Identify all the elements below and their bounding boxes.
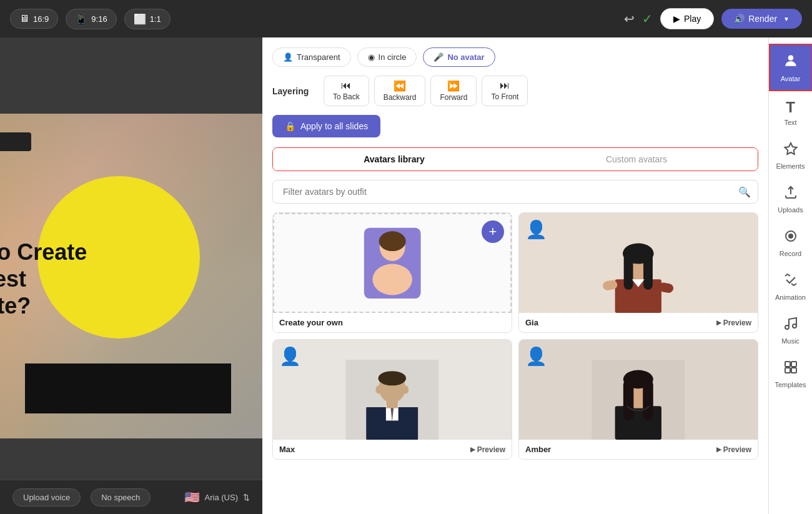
language-selector[interactable]: 🇺🇸 Aria (US) ⇅: [184, 490, 250, 505]
sidebar-item-uploads[interactable]: Uploads: [769, 177, 813, 221]
no-avatar-button[interactable]: 🎤 No avatar: [423, 47, 495, 67]
layering-row: Layering ⏮ To Back ⏪ Backward ⏩ Forward: [272, 76, 758, 106]
to-back-button[interactable]: ⏮ To Back: [324, 76, 369, 106]
sidebar-item-animation[interactable]: Animation: [769, 265, 813, 309]
svg-rect-33: [643, 379, 653, 420]
amber-preview-link[interactable]: ▶ Preview: [716, 445, 751, 454]
mobile-icon: 📱: [75, 13, 87, 25]
no-speech-button[interactable]: No speech: [91, 488, 151, 507]
render-button[interactable]: 🔊 Render ▼: [721, 9, 802, 29]
aspect-9-16-button[interactable]: 📱 9:16: [66, 9, 116, 29]
slide-title-line1: How To Create: [0, 239, 87, 265]
gia-preview-link[interactable]: ▶ Preview: [716, 319, 751, 327]
svg-rect-12: [643, 254, 653, 290]
avatar-grid: + Create your own 👤: [272, 212, 758, 460]
transparent-icon: 👤: [283, 52, 293, 62]
uploads-sidebar-label: Uploads: [778, 206, 803, 214]
elements-sidebar-label: Elements: [776, 162, 805, 170]
music-sidebar-icon: [783, 316, 798, 335]
svg-point-38: [793, 324, 796, 328]
create-own-name: Create your own: [279, 318, 343, 327]
filter-row: 🔍: [272, 180, 758, 204]
apply-label: Apply to all slides: [300, 121, 368, 131]
avatar-sidebar-label: Avatar: [781, 75, 801, 82]
right-section: 👤 Transparent ◉ In circle 🎤 No avatar La…: [262, 37, 812, 514]
transparent-label: Transparent: [297, 52, 340, 62]
svg-point-36: [789, 234, 793, 238]
svg-point-22: [379, 371, 407, 385]
sidebar-item-avatar[interactable]: Avatar: [769, 44, 813, 91]
aspect-1-1-label: 1:1: [150, 14, 161, 24]
backward-icon: ⏪: [394, 80, 406, 92]
forward-icon: ⏩: [447, 80, 460, 92]
undo-button[interactable]: ↩: [624, 11, 635, 26]
to-front-button[interactable]: ⏭ To Front: [482, 76, 528, 106]
max-name: Max: [279, 445, 295, 454]
play-button[interactable]: ▶ Play: [660, 8, 714, 29]
top-toolbar: 🖥 16:9 📱 9:16 ⬜ 1:1 ↩ ✓ ▶ Play 🔊 Render …: [0, 0, 812, 37]
filter-avatars-input[interactable]: [272, 180, 758, 204]
monitor-icon: 🖥: [19, 13, 29, 24]
avatar-options-row: 👤 Transparent ◉ In circle 🎤 No avatar: [272, 47, 758, 67]
aspect-9-16-label: 9:16: [91, 14, 107, 24]
record-sidebar-label: Record: [780, 250, 801, 257]
no-avatar-label: No avatar: [447, 52, 484, 62]
gia-avatar-card[interactable]: 👤: [518, 212, 758, 333]
to-back-icon: ⏮: [341, 80, 351, 91]
record-sidebar-icon: [783, 229, 798, 247]
flag-icon: 🇺🇸: [184, 490, 200, 505]
transparent-button[interactable]: 👤 Transparent: [272, 47, 351, 67]
check-button[interactable]: ✓: [642, 11, 653, 26]
max-card-inner: 👤: [273, 340, 512, 440]
canvas-bottom-bar: Upload voice No speech 🇺🇸 Aria (US) ⇅: [0, 480, 262, 514]
sidebar-item-elements[interactable]: Elements: [769, 134, 813, 177]
templates-sidebar-label: Templates: [775, 381, 806, 388]
black-bar-decoration: [25, 363, 231, 413]
slide-title: How To Create The Best Website?: [0, 239, 106, 320]
lock-icon: 🔒: [285, 121, 295, 131]
gia-card-inner: 👤: [519, 213, 758, 313]
upload-voice-label: Upload voice: [23, 493, 70, 502]
svg-rect-39: [785, 362, 790, 367]
preview-play-icon: ▶: [716, 319, 721, 326]
forward-button[interactable]: ⏩ Forward: [430, 76, 477, 106]
aspect-16-9-button[interactable]: 🖥 16:9: [10, 9, 58, 29]
create-own-avatar-card[interactable]: + Create your own: [272, 212, 512, 333]
female-avatar-illustration: [298, 224, 487, 302]
sidebar-item-templates[interactable]: Templates: [769, 352, 813, 396]
chevron-up-down-icon: ⇅: [243, 493, 250, 502]
max-preview-play-icon: ▶: [470, 446, 475, 453]
svg-point-24: [403, 385, 409, 393]
backward-button[interactable]: ⏪ Backward: [374, 76, 426, 106]
templates-sidebar-icon: [783, 360, 798, 378]
amber-card-inner: 👤: [519, 340, 758, 440]
sidebar-item-music[interactable]: Music: [769, 309, 813, 352]
upload-voice-button[interactable]: Upload voice: [12, 488, 81, 507]
custom-tab-label: Custom avatars: [606, 154, 667, 164]
in-circle-button[interactable]: ◉ In circle: [357, 47, 417, 67]
svg-point-37: [785, 325, 789, 329]
custom-avatars-tab[interactable]: Custom avatars: [515, 148, 758, 171]
text-placeholder-1: [0, 132, 31, 151]
amber-avatar-image: [543, 360, 734, 440]
to-back-label: To Back: [333, 92, 360, 101]
avatar-silhouette-icon: 👤: [525, 219, 545, 239]
aspect-1-1-button[interactable]: ⬜ 1:1: [124, 9, 171, 29]
text-sidebar-icon: T: [786, 99, 795, 116]
library-tabs: Avatars library Custom avatars: [272, 147, 758, 171]
gia-avatar-image: [543, 233, 734, 313]
sidebar-item-record[interactable]: Record: [769, 221, 813, 265]
sidebar-item-text[interactable]: T Text: [769, 91, 813, 134]
square-icon: ⬜: [134, 13, 146, 25]
avatars-library-tab[interactable]: Avatars library: [273, 148, 515, 171]
to-front-label: To Front: [491, 92, 518, 101]
top-actions: ↩ ✓ ▶ Play 🔊 Render ▼: [624, 8, 802, 29]
volume-icon: 🔊: [734, 14, 745, 24]
chevron-down-icon: ▼: [783, 16, 790, 22]
library-tab-label: Avatars library: [364, 154, 425, 164]
max-avatar-card[interactable]: 👤: [272, 339, 512, 460]
right-panel: 👤 Transparent ◉ In circle 🎤 No avatar La…: [262, 37, 768, 514]
amber-avatar-card[interactable]: 👤: [518, 339, 758, 460]
apply-to-all-slides-button[interactable]: 🔒 Apply to all slides: [272, 115, 380, 137]
max-preview-link[interactable]: ▶ Preview: [470, 445, 505, 454]
